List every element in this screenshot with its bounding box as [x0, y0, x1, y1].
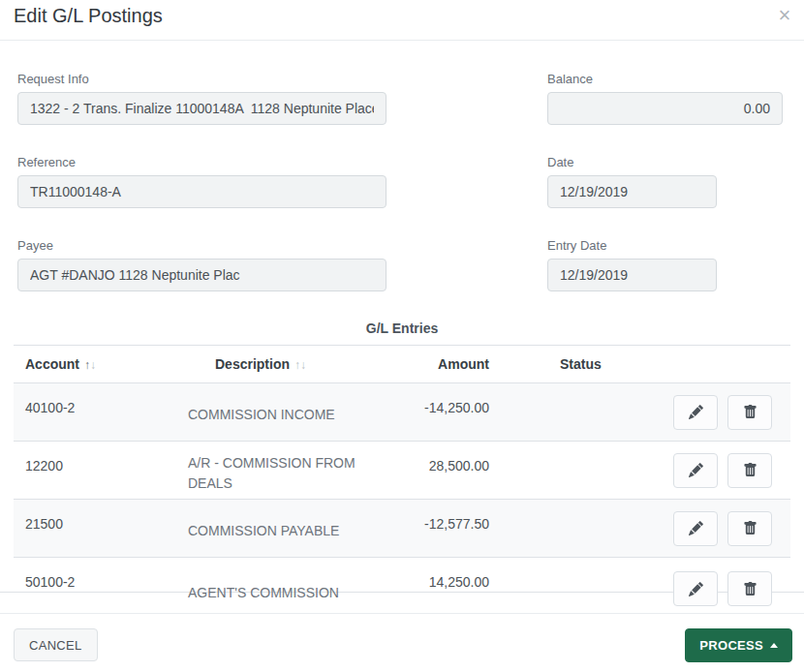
delete-row-button[interactable] — [727, 453, 772, 488]
amount-cell: -14,250.00 — [357, 383, 489, 441]
row-actions — [673, 571, 790, 606]
description-cell: A/R - COMMISSION FROM DEALS — [188, 447, 357, 494]
caret-up-icon — [770, 643, 778, 648]
status-cell — [560, 558, 647, 592]
status-cell — [560, 383, 647, 441]
date-input[interactable] — [547, 175, 717, 208]
sort-desc-icon: ↓ — [300, 358, 306, 372]
table-row: 50100-2AGENT'S COMMISSION14,250.00 — [14, 558, 790, 592]
delete-row-button[interactable] — [727, 571, 772, 606]
edit-row-button[interactable] — [673, 395, 718, 430]
edit-row-button[interactable] — [673, 511, 718, 546]
close-icon: × — [779, 3, 791, 28]
request-info-input[interactable] — [17, 92, 387, 125]
trash-icon — [743, 463, 758, 477]
account-cell: 12200 — [14, 442, 188, 499]
entry-date-input[interactable] — [547, 259, 717, 291]
column-header-amount: Amount — [357, 356, 489, 372]
column-header-description[interactable]: Description↑↓ — [188, 356, 357, 372]
sort-desc-icon: ↓ — [90, 358, 96, 372]
edit-row-button[interactable] — [673, 453, 718, 488]
page-title: Edit G/L Postings — [14, 5, 163, 27]
trash-icon — [743, 405, 758, 419]
table-row: 40100-2COMMISSION INCOME-14,250.00 — [14, 383, 790, 442]
pencil-icon — [689, 405, 703, 419]
table-row: 12200A/R - COMMISSION FROM DEALS28,500.0… — [14, 442, 790, 500]
entry-date-field: Entry Date — [547, 238, 717, 291]
row-actions — [673, 453, 790, 488]
delete-row-button[interactable] — [727, 395, 772, 430]
reference-field: Reference — [17, 155, 387, 208]
cancel-button[interactable]: CANCEL — [14, 628, 98, 661]
table-row: 21500COMMISSION PAYABLE-12,577.50 — [14, 500, 790, 558]
account-cell: 50100-2 — [14, 558, 188, 592]
edit-row-button[interactable] — [673, 571, 718, 606]
description-cell: COMMISSION INCOME — [188, 399, 357, 425]
row-actions — [673, 395, 790, 430]
footer-divider — [0, 613, 804, 614]
payee-field: Payee — [17, 238, 387, 291]
description-cell: COMMISSION PAYABLE — [188, 515, 357, 541]
entry-date-label: Entry Date — [547, 238, 717, 253]
amount-cell: -12,577.50 — [357, 500, 489, 557]
table-header-row: Account↑↓ Description↑↓ Amount Status — [14, 345, 790, 383]
balance-field: Balance — [547, 72, 783, 125]
account-cell: 40100-2 — [14, 383, 188, 441]
reference-label: Reference — [17, 155, 387, 169]
status-cell — [560, 500, 647, 557]
process-button[interactable]: PROCESS — [685, 628, 792, 662]
row-actions — [673, 511, 790, 546]
gl-entries-heading: G/L Entries — [0, 321, 804, 336]
pencil-icon — [689, 463, 703, 477]
description-cell: AGENT'S COMMISSION — [188, 558, 357, 603]
request-info-label: Request Info — [17, 72, 387, 86]
header-divider — [0, 40, 804, 41]
column-header-account[interactable]: Account↑↓ — [14, 356, 188, 372]
pencil-icon — [689, 521, 703, 535]
pencil-icon — [689, 582, 703, 596]
status-cell — [560, 442, 647, 499]
payee-input[interactable] — [17, 259, 387, 291]
trash-icon — [743, 582, 758, 596]
date-field: Date — [547, 155, 717, 208]
date-label: Date — [547, 155, 717, 169]
trash-icon — [743, 521, 758, 535]
balance-input[interactable] — [547, 92, 783, 125]
reference-input[interactable] — [17, 175, 387, 208]
request-info-field: Request Info — [17, 72, 387, 125]
payee-label: Payee — [17, 238, 387, 253]
close-button[interactable]: × — [771, 2, 798, 29]
amount-cell: 28,500.00 — [357, 442, 489, 499]
gl-entries-table: Account↑↓ Description↑↓ Amount Status 40… — [14, 345, 790, 592]
gl-entries-body: 40100-2COMMISSION INCOME-14,250.0012200A… — [14, 383, 790, 592]
delete-row-button[interactable] — [727, 511, 772, 546]
column-header-status: Status — [560, 356, 602, 372]
balance-label: Balance — [547, 72, 783, 86]
amount-cell: 14,250.00 — [357, 558, 489, 592]
account-cell: 21500 — [14, 500, 188, 557]
process-button-label: PROCESS — [699, 638, 763, 653]
